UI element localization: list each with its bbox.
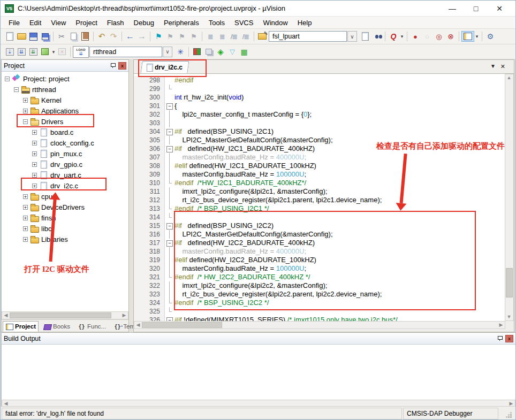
rebuild-icon[interactable]: [27, 47, 39, 57]
code-line-309[interactable]: 309 masterConfig.baudRate_Hz = 100000U;: [134, 170, 505, 179]
tree-item-rtthread[interactable]: −rtthread: [2, 84, 128, 95]
menu-item-edit[interactable]: Edit: [25, 18, 46, 28]
scroll-right-icon[interactable]: ▶: [497, 322, 505, 329]
close-button[interactable]: ✕: [488, 2, 511, 15]
menu-item-project[interactable]: Project: [71, 18, 102, 28]
open-file-icon[interactable]: [16, 31, 27, 42]
scroll-down-icon[interactable]: ▼: [505, 314, 513, 320]
code-line-315[interactable]: 315#if defined(BSP_USING_I2C2): [134, 222, 505, 230]
bp-kill-all-icon[interactable]: ⊗: [445, 31, 457, 42]
window-layout-icon[interactable]: [461, 31, 474, 42]
fold-collapse-icon[interactable]: [165, 102, 174, 110]
code-line-324[interactable]: 324#endif /* BSP_USING_I2C2 */: [134, 299, 505, 307]
bookmark-clear-icon[interactable]: ⚑: [188, 31, 200, 42]
code-line-298[interactable]: 298#endif: [134, 76, 505, 85]
new-file-icon[interactable]: [4, 31, 16, 42]
expand-icon[interactable]: +: [32, 173, 37, 178]
find-icon[interactable]: [371, 31, 383, 42]
menu-item-window[interactable]: Window: [258, 18, 292, 28]
scroll-thumb[interactable]: [10, 312, 111, 318]
wand-icon[interactable]: ✳: [174, 47, 186, 57]
tree-item-drv-uart-c[interactable]: +drv_uart.c: [2, 170, 128, 180]
window-layout-dropdown[interactable]: ▾: [474, 34, 480, 39]
maximize-button[interactable]: □: [464, 2, 488, 15]
uncomment-icon[interactable]: /≣: [240, 31, 252, 42]
target-combobox-dropdown[interactable]: ∨: [163, 47, 172, 57]
code-line-320[interactable]: 320 masterConfig.baudRate_Hz = 100000U;: [134, 264, 505, 273]
build-output-hscrollbar[interactable]: ◀ ▶: [2, 400, 515, 407]
tree-item-drv-i2c-c[interactable]: +drv_i2c.c: [2, 180, 128, 191]
scroll-left-icon[interactable]: ◀: [2, 312, 10, 319]
code-line-325[interactable]: 325: [134, 307, 505, 316]
menu-item-help[interactable]: Help: [293, 18, 317, 28]
fold-collapse-icon[interactable]: [165, 222, 174, 230]
pin-icon[interactable]: [109, 62, 116, 70]
bookmark-next-icon[interactable]: ⚑: [176, 31, 188, 42]
tree-item-drivers[interactable]: −Drivers: [2, 116, 128, 127]
tree-item-board-c[interactable]: +board.c: [2, 127, 128, 138]
scroll-left-icon[interactable]: ◀: [134, 322, 142, 329]
expand-icon[interactable]: +: [23, 109, 28, 113]
tree-item-finsh[interactable]: +finsh: [2, 212, 128, 223]
code-line-314[interactable]: 314: [134, 213, 505, 222]
search-combobox[interactable]: fsl_lpuart: [269, 31, 347, 42]
code-line-299[interactable]: 299: [134, 85, 505, 93]
menu-item-file[interactable]: File: [4, 18, 25, 28]
project-panel-close-icon[interactable]: x: [118, 62, 126, 70]
code-line-311[interactable]: 311 imxrt_lpi2c_configure(&lpi2c1, &mast…: [134, 187, 505, 196]
redo-icon[interactable]: ↷: [108, 31, 119, 42]
bp-disable-icon[interactable]: ○: [421, 31, 433, 42]
tree-item-applications[interactable]: +Applications: [2, 105, 128, 116]
code-line-317[interactable]: 317#if defined(HW_I2C2_BADURATE_400kHZ): [134, 239, 505, 247]
editor-hscrollbar[interactable]: ◀ ▶: [134, 321, 505, 329]
panel-tab-func[interactable]: {}Func...: [75, 321, 109, 332]
select-packs-icon[interactable]: ◈: [215, 47, 226, 57]
expand-icon[interactable]: +: [23, 98, 28, 103]
panel-tab-books[interactable]: Books: [41, 321, 73, 332]
manage-items-icon[interactable]: [203, 47, 215, 57]
code-line-319[interactable]: 319#elif defined(HW_I2C2_BADURATE_100kHZ…: [134, 256, 505, 264]
expand-icon[interactable]: +: [32, 162, 37, 167]
translate-icon[interactable]: [4, 47, 16, 57]
menu-item-svcs[interactable]: SVCS: [230, 18, 258, 28]
quick-find-icon[interactable]: Q: [388, 31, 399, 42]
code-line-300[interactable]: 300int rt_hw_i2c_init(void): [134, 93, 505, 102]
scroll-thumb[interactable]: [142, 322, 222, 328]
menu-item-flash[interactable]: Flash: [102, 18, 129, 28]
indent-icon[interactable]: ≣: [216, 31, 228, 42]
code-line-318[interactable]: 318 masterConfig.baudRate_Hz = 400000U;: [134, 247, 505, 256]
code-line-316[interactable]: 316 LPI2C_MasterGetDefaultConfig(&master…: [134, 230, 505, 239]
code-line-308[interactable]: 308#elif defined(HW_I2C1_BADURATE_100kHZ…: [134, 162, 505, 170]
nav-back-icon[interactable]: ←: [124, 31, 136, 42]
batch-build-dropdown[interactable]: ▾: [51, 49, 56, 55]
menu-item-tools[interactable]: Tools: [204, 18, 230, 28]
expand-icon[interactable]: +: [23, 194, 28, 199]
bp-toggle-icon[interactable]: ●: [409, 31, 421, 42]
cut-icon[interactable]: ✂: [56, 31, 67, 42]
tree-item-drv-gpio-c[interactable]: +drv_gpio.c: [2, 159, 128, 170]
fold-collapse-icon[interactable]: [165, 144, 174, 153]
search-edit-icon[interactable]: [256, 31, 268, 42]
fold-collapse-icon[interactable]: [165, 239, 174, 247]
batch-build-icon[interactable]: [39, 47, 51, 57]
code-line-321[interactable]: 321#endif /* HW_I2C2_BADURATE_400kHZ */: [134, 273, 505, 281]
menu-item-debug[interactable]: Debug: [129, 18, 159, 28]
quick-find-dropdown[interactable]: ▾: [399, 34, 405, 39]
code-line-310[interactable]: 310#endif /*HW_I2C1_BADURATE_400kHZ*/: [134, 179, 505, 187]
download-icon[interactable]: LOAD: [73, 46, 89, 58]
bookmark-prev-icon[interactable]: ⚑: [164, 31, 176, 42]
build-icon[interactable]: [16, 47, 27, 57]
manage-rte-icon[interactable]: [191, 47, 203, 57]
editor-vscrollbar[interactable]: ▲ ▼: [505, 74, 514, 321]
bookmark-icon[interactable]: ⚑: [153, 31, 164, 42]
panel-tab-project[interactable]: Project: [3, 321, 39, 332]
code-editor[interactable]: 298#endif299300int rt_hw_i2c_init(void)3…: [134, 74, 505, 321]
code-line-307[interactable]: 307 masterConfig.baudRate_Hz = 400000U;: [134, 153, 505, 162]
editor-tab-drv-i2c[interactable]: drv_i2c.c: [140, 61, 189, 73]
scroll-thumb[interactable]: [506, 268, 513, 297]
code-line-313[interactable]: 313#endif /* BSP_USING_I2C1 */: [134, 204, 505, 213]
code-line-322[interactable]: 322 imxrt_lpi2c_configure(&lpi2c2, &mast…: [134, 281, 505, 290]
collapse-icon[interactable]: −: [23, 119, 28, 124]
close-editor-tab-icon[interactable]: ✕: [500, 63, 505, 70]
nav-forward-icon[interactable]: →: [136, 31, 148, 42]
